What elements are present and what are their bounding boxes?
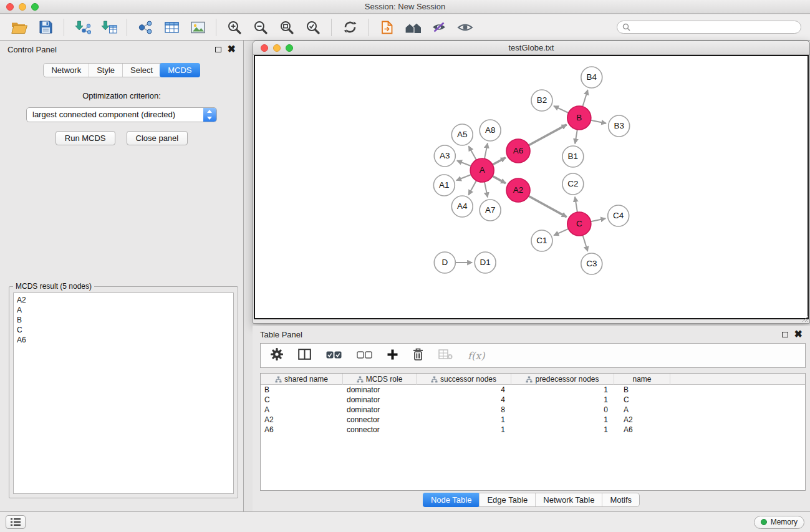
graph-edge[interactable] [582,90,587,107]
tab-network-table[interactable]: Network Table [535,493,602,506]
zoom-out-button[interactable] [248,17,274,38]
cell-name[interactable]: B [614,385,670,395]
column-header[interactable]: predecessor nodes [511,374,614,385]
graph-node-A5[interactable]: A5 [451,124,473,145]
table-row[interactable]: A6 connector 1 1 A6 [261,425,805,435]
save-session-button[interactable] [32,17,59,38]
search-input[interactable] [634,23,796,32]
graph-node-B3[interactable]: B3 [609,115,630,137]
table-row[interactable]: A2 connector 1 1 A2 [261,415,805,425]
graph-edge[interactable] [575,197,577,213]
tab-style[interactable]: Style [89,64,122,77]
graph-node-A2[interactable]: A2 [506,178,530,202]
close-view-button[interactable] [261,44,268,52]
graph-node-C4[interactable]: C4 [608,205,629,226]
column-header[interactable]: shared name [261,374,343,385]
task-history-button[interactable] [6,515,26,529]
graph-node-B4[interactable]: B4 [581,67,602,88]
export-image-button[interactable] [185,17,211,38]
close-window-button[interactable] [6,3,14,11]
graph-node-A3[interactable]: A3 [434,145,455,167]
graph-node-C[interactable]: C [567,212,591,236]
cell-mcds-role[interactable]: dominator [343,385,417,395]
table-row[interactable]: B dominator 4 1 B [261,385,805,395]
node-table[interactable]: shared name MCDS role successor nodes pr… [260,373,806,491]
zoom-selected-button[interactable] [300,17,326,38]
graph-edge[interactable] [469,146,476,160]
minimize-window-button[interactable] [19,3,26,11]
new-network-button[interactable] [132,17,158,38]
float-panel-button[interactable] [782,332,788,337]
list-item[interactable]: A6 [17,335,230,345]
add-column-button[interactable] [387,349,398,362]
tab-select[interactable]: Select [122,64,160,77]
cell-predecessor-nodes[interactable]: 1 [511,415,614,425]
graph-edge[interactable] [554,106,569,113]
tab-node-table[interactable]: Node Table [423,493,480,507]
zoom-in-button[interactable] [221,17,248,38]
cell-shared-name[interactable]: A [261,405,343,415]
tab-network[interactable]: Network [44,64,89,77]
graph-node-B2[interactable]: B2 [531,90,552,111]
column-header[interactable]: MCDS role [343,374,417,385]
open-session-button[interactable] [6,17,32,38]
graph-node-A[interactable]: A [470,158,494,182]
select-all-button[interactable] [326,350,342,361]
column-header[interactable]: successor nodes [417,374,511,385]
memory-button[interactable]: Memory [754,516,804,529]
table-row[interactable]: A dominator 8 0 A [261,405,805,415]
cell-shared-name[interactable]: A6 [261,425,343,435]
table-settings-button[interactable] [271,348,283,363]
graph-node-D1[interactable]: D1 [475,252,496,273]
show-columns-button[interactable] [298,349,311,362]
tab-edge-table[interactable]: Edge Table [479,493,535,506]
hide-details-button[interactable] [426,17,452,38]
graph-node-C3[interactable]: C3 [581,253,602,274]
graph-edge[interactable] [468,181,476,195]
column-header[interactable]: name [614,374,670,385]
graph-edge[interactable] [583,235,588,251]
cell-shared-name[interactable]: B [261,385,343,395]
graph-node-C2[interactable]: C2 [562,173,584,195]
maximize-view-button[interactable] [286,44,293,52]
cell-mcds-role[interactable]: connector [343,425,417,435]
graph-edge[interactable] [493,158,506,165]
home-button[interactable] [400,17,426,38]
close-panel-button[interactable]: ✖ [794,331,803,337]
refresh-button[interactable] [337,17,363,38]
list-item[interactable]: A [17,305,230,315]
show-details-button[interactable] [452,17,478,38]
cell-name[interactable]: C [614,395,670,405]
delete-table-button[interactable] [438,349,453,362]
criterion-dropdown[interactable]: largest connected component (directed) [26,107,217,122]
cell-mcds-role[interactable]: connector [343,415,417,425]
delete-button[interactable] [413,348,423,363]
cell-successor-nodes[interactable]: 1 [417,415,511,425]
graph-node-D[interactable]: D [434,252,455,273]
cell-successor-nodes[interactable]: 4 [417,385,511,395]
minimize-view-button[interactable] [273,44,281,52]
cell-name[interactable]: A2 [614,415,670,425]
list-item[interactable]: B [17,315,230,325]
cell-predecessor-nodes[interactable]: 1 [511,425,614,435]
import-table-button[interactable] [95,17,122,38]
deselect-all-button[interactable] [357,350,372,361]
cell-mcds-role[interactable]: dominator [343,395,417,405]
graph-edge[interactable] [591,120,606,123]
graph-edge[interactable] [529,196,567,217]
cell-successor-nodes[interactable]: 1 [417,425,511,435]
run-mcds-button[interactable]: Run MCDS [55,131,115,145]
cell-shared-name[interactable]: C [261,395,343,405]
table-row[interactable]: C dominator 4 1 C [261,395,805,405]
graph-node-C1[interactable]: C1 [531,230,552,251]
cell-predecessor-nodes[interactable]: 1 [511,385,614,395]
list-item[interactable]: A2 [17,295,230,305]
import-network-button[interactable] [69,17,95,38]
cell-predecessor-nodes[interactable]: 1 [511,395,614,405]
new-table-button[interactable] [158,17,185,38]
graph-edge[interactable] [591,218,605,221]
graph-edge[interactable] [575,130,577,144]
close-panel-button[interactable]: ✖ [228,46,236,52]
network-canvas[interactable]: B4B2BB3A5A8A6B1A3AC2A1A2A4A7C4CC1DD1C3 [254,55,809,319]
cell-predecessor-nodes[interactable]: 0 [511,405,614,415]
